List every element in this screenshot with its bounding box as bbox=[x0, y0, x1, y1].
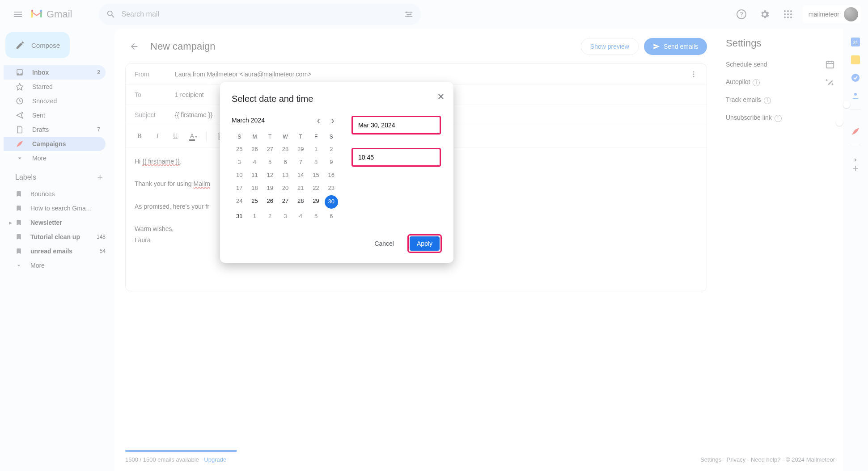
calendar-dow: M bbox=[247, 131, 262, 143]
apply-highlight: Apply bbox=[407, 234, 442, 253]
calendar-dow: S bbox=[232, 131, 247, 143]
calendar-day[interactable]: 23 bbox=[324, 181, 339, 194]
datetime-modal: Select date and time March 2024 ‹ › SMTW… bbox=[220, 82, 453, 263]
calendar-day[interactable]: 4 bbox=[247, 156, 262, 168]
calendar-dow: F bbox=[308, 131, 323, 143]
calendar-day[interactable]: 18 bbox=[247, 181, 262, 194]
calendar-day[interactable]: 25 bbox=[232, 143, 247, 156]
calendar-day[interactable]: 6 bbox=[278, 156, 293, 168]
calendar-day[interactable]: 27 bbox=[263, 143, 278, 156]
calendar-day[interactable]: 28 bbox=[278, 143, 293, 156]
calendar-day[interactable]: 14 bbox=[293, 168, 308, 181]
apply-button[interactable]: Apply bbox=[410, 236, 440, 251]
calendar-month: March 2024 bbox=[232, 117, 312, 124]
calendar-day[interactable]: 29 bbox=[308, 194, 323, 210]
calendar-day[interactable]: 1 bbox=[308, 143, 323, 156]
calendar-day[interactable]: 1 bbox=[247, 210, 262, 223]
calendar-day[interactable]: 28 bbox=[293, 194, 308, 210]
close-icon bbox=[436, 92, 445, 101]
calendar-day[interactable]: 10 bbox=[232, 168, 247, 181]
calendar-day[interactable]: 29 bbox=[293, 143, 308, 156]
calendar-day[interactable]: 8 bbox=[308, 156, 323, 168]
calendar-day[interactable]: 31 bbox=[232, 210, 247, 223]
calendar: March 2024 ‹ › SMTWTFS 25262728291234567… bbox=[232, 114, 339, 223]
calendar-day[interactable]: 2 bbox=[324, 143, 339, 156]
close-button[interactable] bbox=[436, 92, 445, 101]
calendar-day[interactable]: 17 bbox=[232, 181, 247, 194]
calendar-dow: S bbox=[324, 131, 339, 143]
calendar-day[interactable]: 16 bbox=[324, 168, 339, 181]
calendar-day[interactable]: 26 bbox=[247, 143, 262, 156]
calendar-day[interactable]: 6 bbox=[324, 210, 339, 223]
next-month-button[interactable]: › bbox=[326, 114, 339, 126]
calendar-day[interactable]: 4 bbox=[293, 210, 308, 223]
calendar-day-selected[interactable]: 30 bbox=[325, 195, 338, 209]
calendar-day[interactable]: 26 bbox=[263, 194, 278, 210]
calendar-day[interactable]: 15 bbox=[308, 168, 323, 181]
calendar-dow: T bbox=[263, 131, 278, 143]
calendar-day[interactable]: 3 bbox=[278, 210, 293, 223]
calendar-day[interactable]: 3 bbox=[232, 156, 247, 168]
calendar-day[interactable]: 5 bbox=[308, 210, 323, 223]
calendar-day[interactable]: 5 bbox=[263, 156, 278, 168]
prev-month-button[interactable]: ‹ bbox=[312, 114, 325, 126]
calendar-day[interactable]: 9 bbox=[324, 156, 339, 168]
calendar-day[interactable]: 2 bbox=[263, 210, 278, 223]
calendar-dow: T bbox=[293, 131, 308, 143]
calendar-day[interactable]: 7 bbox=[293, 156, 308, 168]
calendar-day[interactable]: 25 bbox=[247, 194, 262, 210]
calendar-day[interactable]: 12 bbox=[263, 168, 278, 181]
calendar-day[interactable]: 11 bbox=[247, 168, 262, 181]
calendar-day[interactable]: 19 bbox=[263, 181, 278, 194]
calendar-day[interactable]: 20 bbox=[278, 181, 293, 194]
calendar-day[interactable]: 13 bbox=[278, 168, 293, 181]
calendar-dow: W bbox=[278, 131, 293, 143]
modal-title: Select date and time bbox=[232, 94, 442, 104]
calendar-day[interactable]: 24 bbox=[232, 194, 247, 210]
date-input[interactable] bbox=[351, 116, 441, 135]
calendar-day[interactable]: 27 bbox=[278, 194, 293, 210]
calendar-day[interactable]: 21 bbox=[293, 181, 308, 194]
cancel-button[interactable]: Cancel bbox=[368, 236, 400, 252]
calendar-day[interactable]: 22 bbox=[308, 181, 323, 194]
time-input[interactable] bbox=[351, 148, 441, 167]
